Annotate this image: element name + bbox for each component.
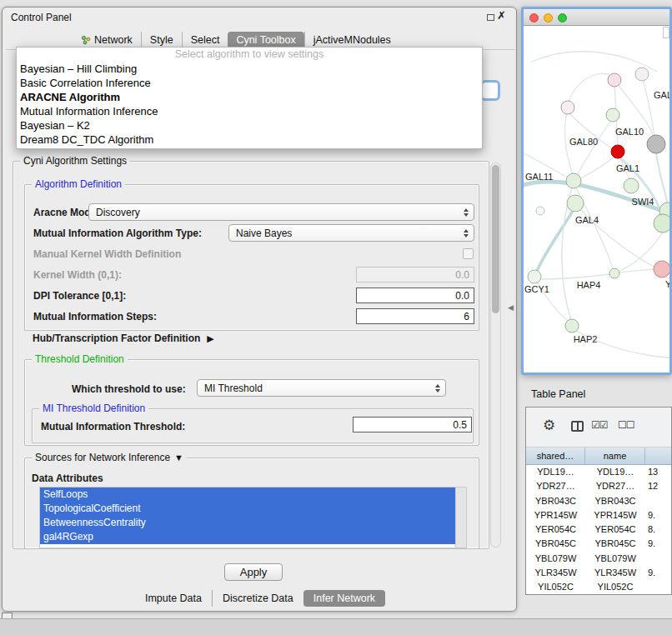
columns-icon[interactable] <box>571 421 584 432</box>
table-cell: YDR27… <box>526 479 585 493</box>
table-row[interactable]: YDR27…YDR27…12 <box>526 479 671 493</box>
apply-button[interactable]: Apply <box>224 563 283 581</box>
mi-threshold-input[interactable] <box>353 417 472 432</box>
dpi-tolerance-input[interactable] <box>356 288 474 303</box>
network-node[interactable] <box>567 195 584 212</box>
network-canvas[interactable]: GAL80GAL10GALGAL11GAL1SWI4GAL4GCY1HAP4YH… <box>524 27 669 372</box>
manual-kernel-checkbox[interactable] <box>463 248 474 259</box>
network-node[interactable] <box>606 108 619 122</box>
combo-arrows-icon <box>435 384 440 392</box>
table-row[interactable]: YPR145WYPR145W9. <box>526 508 671 522</box>
column-header[interactable]: shared… <box>526 448 585 464</box>
kernel-width-input[interactable] <box>356 267 474 282</box>
table-cell: YBL079W <box>585 552 645 566</box>
collapse-down-icon[interactable]: ▼ <box>174 452 183 462</box>
node-label: GAL80 <box>569 137 598 147</box>
network-node[interactable] <box>635 68 649 81</box>
algorithm-dropdown-popup: Select algorithm to view settings Bayesi… <box>16 47 483 149</box>
network-scrollbar[interactable] <box>663 27 669 38</box>
close-window-icon[interactable]: ✗ <box>497 9 506 22</box>
node-label: Y <box>665 279 669 289</box>
float-window-icon[interactable] <box>487 14 494 21</box>
settings-scrollbar[interactable] <box>490 162 501 548</box>
mi-type-select[interactable]: Naive Bayes <box>228 224 474 242</box>
close-traffic-light[interactable] <box>529 13 539 22</box>
network-node[interactable] <box>608 73 621 87</box>
node-label: GAL1 <box>616 163 639 173</box>
bottom-tab-infer-network[interactable]: Infer Network <box>303 590 385 607</box>
network-node[interactable] <box>654 261 669 278</box>
table-row[interactable]: YLR345WYLR345W9. <box>526 566 671 580</box>
network-node[interactable] <box>565 319 579 332</box>
algorithm-option[interactable]: ARACNE Algorithm <box>17 90 482 104</box>
deselect-all-icon[interactable]: ☐☐ <box>618 419 634 431</box>
algorithm-option[interactable]: Bayesian – Hill Climbing <box>17 62 482 76</box>
focused-control[interactable] <box>480 80 500 101</box>
algorithm-option[interactable]: Bayesian – K2 <box>17 118 482 132</box>
tab-style[interactable]: Style <box>141 32 182 48</box>
table-cell: 9. <box>645 508 671 522</box>
splitter-collapse-icon[interactable]: ◀ <box>508 303 514 312</box>
network-node[interactable] <box>536 207 544 215</box>
network-canvas-area[interactable]: GAL80GAL10GALGAL11GAL1SWI4GAL4GCY1HAP4YH… <box>524 27 669 372</box>
list-scrollbar[interactable] <box>455 488 466 548</box>
mi-threshold-group: MI Threshold Definition Mutual Informati… <box>32 408 474 443</box>
network-node[interactable] <box>624 178 639 193</box>
tab-network[interactable]: Network <box>73 32 141 48</box>
aracne-mode-select[interactable]: Discovery <box>88 203 474 221</box>
network-window-titlebar[interactable] <box>524 9 669 26</box>
table-cell: YPR145W <box>526 508 585 522</box>
table-cell: 8. <box>645 522 671 537</box>
node-label: HAP2 <box>574 334 598 344</box>
table-cell: 9. <box>645 566 671 580</box>
mi-steps-input[interactable] <box>356 308 474 324</box>
algorithm-definition-title: Algorithm Definition <box>32 178 125 190</box>
table-row[interactable]: YBR045CYBR045C9. <box>526 537 671 551</box>
table-row[interactable]: YER054CYER054C8. <box>526 522 671 537</box>
hub-definition-section[interactable]: Hub/Transcription Factor Definition ▶ <box>33 332 214 344</box>
expand-right-icon[interactable]: ▶ <box>207 333 213 344</box>
node-label: GCY1 <box>524 284 549 294</box>
gear-icon[interactable]: ⚙ <box>543 417 555 434</box>
threshold-definition-title: Threshold Definition <box>32 353 128 365</box>
network-node[interactable] <box>566 173 581 188</box>
column-header[interactable]: name <box>585 448 645 464</box>
network-node[interactable] <box>609 268 619 278</box>
attribute-item[interactable]: TopologicalCoefficient <box>40 502 455 516</box>
algorithm-option[interactable]: Basic Correlation Inference <box>17 76 482 90</box>
tab-jactivemnodules[interactable]: jActiveMNodules <box>304 32 399 48</box>
bottom-tab-discretize-data[interactable]: Discretize Data <box>212 590 303 607</box>
hub-definition-label: Hub/Transcription Factor Definition <box>33 332 200 344</box>
table-row[interactable]: YDL19…YDL19…13 <box>526 465 671 479</box>
settings-scrollbar-thumb[interactable] <box>492 165 499 313</box>
table-cell: YDR27… <box>585 479 645 493</box>
attribute-item[interactable]: gal4RGexp <box>40 530 455 544</box>
algorithm-option[interactable]: Mutual Information Inference <box>17 104 482 118</box>
column-header[interactable] <box>645 448 671 464</box>
tab-cyni-toolbox[interactable]: Cyni Toolbox <box>228 32 303 48</box>
tab-select[interactable]: Select <box>182 32 228 48</box>
network-node[interactable] <box>561 101 574 114</box>
network-view-window: GAL80GAL10GALGAL11GAL1SWI4GAL4GCY1HAP4YH… <box>521 7 672 375</box>
network-node[interactable] <box>654 214 669 232</box>
select-all-icon[interactable]: ☑☑ <box>591 419 608 431</box>
which-threshold-select[interactable]: MI Threshold <box>197 379 446 397</box>
network-node[interactable] <box>647 135 665 153</box>
minimize-traffic-light[interactable] <box>544 13 553 22</box>
network-node[interactable] <box>611 145 624 158</box>
table-row[interactable]: YIL052CYIL052C <box>526 580 671 594</box>
table-row[interactable]: YBL079WYBL079W <box>526 552 671 566</box>
node-label: GAL10 <box>615 127 644 137</box>
table-row[interactable]: YBR043CYBR043C <box>526 494 671 508</box>
node-label: GAL <box>654 90 669 100</box>
bottom-tab-impute-data[interactable]: Impute Data <box>135 590 212 607</box>
zoom-traffic-light[interactable] <box>558 13 567 22</box>
table-cell: YBL079W <box>526 552 585 566</box>
attribute-item[interactable]: SelfLoops <box>40 488 455 502</box>
network-node[interactable] <box>528 270 541 283</box>
table-cell: YBR045C <box>585 537 645 551</box>
node-label: HAP4 <box>577 280 601 290</box>
table-rows: YDL19…YDL19…13YDR27…YDR27…12YBR043CYBR04… <box>526 465 671 594</box>
attribute-item[interactable]: BetweennessCentrality <box>40 516 455 530</box>
algorithm-option[interactable]: Dream8 DC_TDC Algorithm <box>17 132 482 147</box>
